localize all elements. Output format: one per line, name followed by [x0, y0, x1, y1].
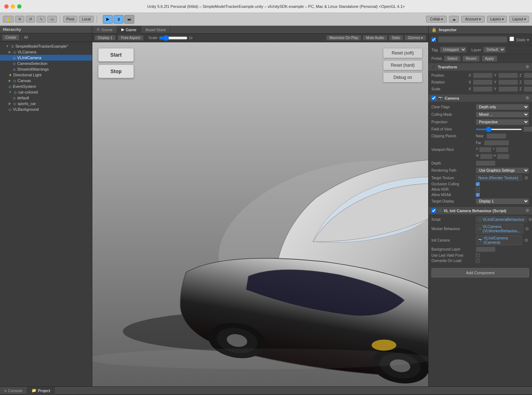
- tab-console[interactable]: ≡ Console: [0, 387, 27, 395]
- rect-tool-button[interactable]: ▭: [47, 16, 57, 23]
- depth-field[interactable]: 2: [476, 161, 495, 166]
- camera-header[interactable]: 📷 Camera ⚙: [429, 94, 532, 102]
- vp-x-field[interactable]: 0: [479, 147, 492, 152]
- maximize-btn[interactable]: Maximize On Play: [326, 35, 362, 41]
- rot-y-field[interactable]: 209.887: [498, 80, 518, 85]
- start-button[interactable]: Start: [98, 48, 134, 62]
- layer-select[interactable]: Default: [483, 47, 506, 53]
- layers-button[interactable]: Layers ▾: [487, 16, 507, 23]
- select-button[interactable]: Select: [444, 56, 460, 62]
- cullingmask-select[interactable]: Mixed ...: [476, 111, 529, 118]
- vp-w-field[interactable]: 1: [480, 154, 493, 159]
- projection-select[interactable]: Perspective: [476, 119, 529, 125]
- uselast-checkbox[interactable]: [476, 253, 480, 257]
- worker-pick-button[interactable]: ⊙: [525, 226, 529, 232]
- msaa-checkbox[interactable]: [476, 193, 480, 197]
- scale-y-field[interactable]: 1: [498, 86, 518, 92]
- static-checkbox[interactable]: [509, 37, 514, 41]
- fov-value-field[interactable]: 45: [523, 127, 532, 132]
- hdr-checkbox[interactable]: [476, 187, 480, 191]
- close-button[interactable]: [4, 4, 9, 9]
- fov-slider[interactable]: [476, 129, 522, 130]
- tab-project[interactable]: 📁 Project: [27, 387, 55, 395]
- object-name-field[interactable]: VLInitCamera: [438, 36, 507, 43]
- tree-item-root[interactable]: ▼ ⊙ SimpleModelTrackerExample°: [0, 43, 92, 49]
- occlusion-checkbox[interactable]: [476, 182, 480, 186]
- revert-button[interactable]: Revert: [463, 56, 479, 62]
- script-enabled-checkbox[interactable]: [431, 208, 436, 213]
- overwrite-checkbox[interactable]: [476, 259, 480, 263]
- aspect-button[interactable]: Free Aspect: [118, 35, 143, 41]
- tree-item-showinitwarnings[interactable]: ◇ ShowInitWarnings: [0, 66, 92, 72]
- script-pick-button[interactable]: ⊙: [528, 216, 532, 222]
- play-button[interactable]: ▶: [103, 15, 113, 24]
- tree-item-vlcamera[interactable]: ▶ ◇ VLCamera: [0, 49, 92, 55]
- pivot-button[interactable]: Pivot: [63, 16, 77, 23]
- maximize-button[interactable]: [17, 4, 21, 9]
- rotate-tool-button[interactable]: ↺: [26, 16, 35, 23]
- camera-enabled-checkbox[interactable]: [431, 96, 436, 100]
- vp-y-field[interactable]: 0: [496, 147, 508, 152]
- rot-z-field[interactable]: 0: [524, 80, 532, 85]
- collab-button[interactable]: Collab ▾: [426, 16, 447, 23]
- tree-item-sportscar[interactable]: ▶ ◇ sports_car: [0, 101, 92, 106]
- transform-settings-icon[interactable]: ⚙: [526, 65, 529, 69]
- apply-button[interactable]: Apply: [482, 56, 497, 62]
- stats-btn[interactable]: Stats: [389, 35, 403, 41]
- tree-item-vlbackground[interactable]: ◇ VLBackground: [0, 106, 92, 112]
- tree-item-dirlight[interactable]: ☀ Directional Light: [0, 72, 92, 78]
- tree-item-canvas[interactable]: ▶ ◇ Canvas: [0, 78, 92, 84]
- scale-slider[interactable]: [159, 35, 188, 41]
- reset-hard-button[interactable]: Reset (hard): [383, 60, 422, 70]
- step-button[interactable]: ⏭: [124, 15, 134, 24]
- pos-z-field[interactable]: 414.6: [524, 73, 532, 78]
- move-tool-button[interactable]: ✛: [15, 16, 24, 23]
- camera-settings-icon[interactable]: ⚙: [526, 96, 529, 100]
- script-settings-icon[interactable]: ⚙: [526, 208, 529, 213]
- script-header[interactable]: ⬡ VL Init Camera Behaviour (Script) ⚙: [429, 207, 532, 214]
- pos-y-field[interactable]: 130.1: [498, 73, 518, 78]
- targetdisplay-select[interactable]: Display 1: [476, 198, 529, 204]
- add-component-button[interactable]: Add Component: [431, 268, 529, 277]
- mute-btn[interactable]: Mute Audio: [363, 35, 387, 41]
- tree-item-default[interactable]: ◇ default: [0, 95, 92, 101]
- layout-button[interactable]: Layout ▾: [509, 16, 529, 23]
- reset-soft-button[interactable]: Reset (soft): [383, 48, 422, 58]
- bglayer-field[interactable]: 8: [476, 247, 495, 252]
- pause-button[interactable]: ⏸: [113, 15, 124, 24]
- lock-icon[interactable]: 🔒: [431, 27, 437, 32]
- pos-x-field[interactable]: 238.6: [473, 73, 493, 78]
- window-controls[interactable]: [4, 4, 21, 9]
- tree-item-vlinitcamera[interactable]: ◇ VLInitCamera: [0, 55, 92, 61]
- stop-button[interactable]: Stop: [98, 65, 134, 78]
- gizmos-btn[interactable]: Gizmos ▾: [405, 35, 426, 41]
- scale-x-field[interactable]: 1: [473, 86, 493, 92]
- local-button[interactable]: Local: [79, 16, 94, 23]
- hierarchy-create-button[interactable]: Create: [2, 34, 19, 41]
- hand-tool-button[interactable]: ✋: [3, 16, 14, 23]
- rot-x-field[interactable]: 15.18: [473, 80, 493, 85]
- minimize-button[interactable]: [11, 4, 15, 9]
- display-button[interactable]: Display 1: [95, 35, 116, 41]
- tree-item-eventsystem[interactable]: ◇ EventSystem: [0, 84, 92, 89]
- tab-scene[interactable]: ⊙ Scene: [92, 26, 117, 34]
- targettex-pick-button[interactable]: ⊙: [523, 175, 529, 181]
- tab-game[interactable]: ▶ Game: [117, 26, 141, 34]
- tag-select[interactable]: Untagged: [440, 47, 466, 53]
- account-button[interactable]: Account ▾: [461, 16, 485, 23]
- renderpath-select[interactable]: Use Graphics Settings: [476, 167, 529, 173]
- near-field[interactable]: 1: [487, 133, 506, 139]
- tab-assetstore[interactable]: Asset Store: [141, 26, 170, 34]
- debug-on-button[interactable]: Debug on: [383, 72, 422, 82]
- cloud-button[interactable]: ☁: [449, 16, 459, 23]
- tree-item-cameraselection[interactable]: ◇ CameraSelection: [0, 61, 92, 66]
- initcam-pick-button[interactable]: ⊙: [523, 237, 529, 243]
- scale-z-field[interactable]: 1: [524, 86, 532, 92]
- transform-header[interactable]: ⬛ Transform ⚙: [429, 63, 532, 71]
- scale-tool-button[interactable]: ⤡: [37, 16, 46, 23]
- active-checkbox[interactable]: [431, 37, 436, 42]
- clearflags-select[interactable]: Depth only: [476, 104, 529, 110]
- far-field[interactable]: 10000: [484, 140, 509, 146]
- tree-item-car-colored[interactable]: ▼ ◇ car-colored: [0, 89, 92, 95]
- vp-h-field[interactable]: 1: [497, 154, 509, 159]
